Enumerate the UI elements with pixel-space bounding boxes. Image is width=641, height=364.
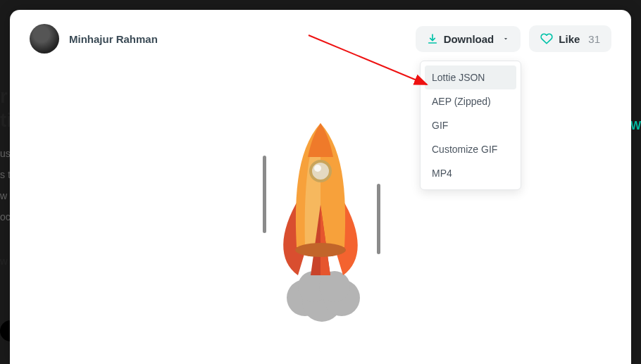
avatar[interactable] — [30, 24, 59, 54]
author-block[interactable]: Minhajur Rahman — [30, 24, 158, 54]
heart-icon — [540, 32, 553, 45]
author-name[interactable]: Minhajur Rahman — [69, 33, 158, 45]
svg-point-12 — [295, 243, 346, 257]
rocket-illustration — [229, 106, 412, 332]
like-label: Like — [559, 33, 580, 45]
like-button[interactable]: Like 31 — [529, 25, 611, 52]
bg-right-w: W — [630, 120, 641, 132]
action-buttons: Download Like 31 — [416, 25, 611, 52]
download-label: Download — [444, 33, 494, 45]
chevron-down-icon — [502, 35, 509, 42]
asset-modal: Minhajur Rahman Download Like 31 Lo — [10, 10, 631, 364]
modal-topbar: Minhajur Rahman Download Like 31 — [30, 24, 611, 54]
svg-rect-3 — [377, 184, 380, 254]
svg-point-8 — [319, 271, 350, 302]
svg-point-11 — [314, 165, 321, 172]
like-count: 31 — [588, 33, 600, 45]
download-icon — [427, 33, 438, 44]
download-button[interactable]: Download — [416, 26, 521, 52]
svg-rect-2 — [263, 156, 266, 233]
preview-canvas — [10, 73, 631, 364]
